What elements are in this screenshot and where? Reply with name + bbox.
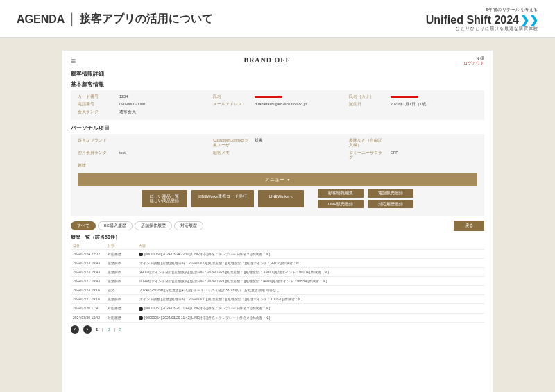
cmemo-label: 顧客メモ xyxy=(213,151,249,155)
user-name: N 様 xyxy=(450,56,484,61)
crm-app-window: ≡ BRAND OFF N 様 ログアウト 顧客情報詳細 基本顧客情報 カード番… xyxy=(62,51,493,392)
tab-store[interactable]: 店舗操作履歴 xyxy=(135,221,172,230)
kana-value-redacted xyxy=(391,96,418,98)
logo-arrow-icon: ❯❯ xyxy=(520,13,538,26)
table-row[interactable]: 2024/03/21 19:16店舗操作[ポイント調整][店舗][処理日時：20… xyxy=(71,295,484,304)
row-category: 店舗操作 xyxy=(105,268,137,277)
chat-icon xyxy=(139,307,143,311)
section-basic-title: 基本顧客情報 xyxy=(71,80,484,88)
row-content: [00000067][2024/03/20 11:44][LINE対応][件名：… xyxy=(137,304,484,313)
hamburger-menu-icon[interactable]: ≡ xyxy=(71,56,85,66)
row-content: [00998][ポイント発行][店舗販売][処理日時：2024/03/21][処… xyxy=(137,277,484,286)
agenda-label: AGENDA xyxy=(17,13,65,26)
hobby-note-label: 趣味など（自由記入欄） xyxy=(349,138,385,148)
table-row[interactable]: 2024/03/24 22:02対応履歴[00000069][2024/03/2… xyxy=(71,250,484,259)
pager-next-icon[interactable]: › xyxy=(83,325,92,334)
row-content: [00000064][2024/03/20 11:42][LINE対応][件名：… xyxy=(137,313,484,322)
logo-subtitle: ひとりひとりに届ける最適な購買体験 xyxy=(426,26,538,31)
row-content: [20240325005B][お取置き][未入金] トートバッグ（合計 33,1… xyxy=(137,286,484,295)
mail-label: メールアドレス xyxy=(213,102,249,107)
screenshot-stage: ≡ BRAND OFF N 様 ログアウト 顧客情報詳細 基本顧客情報 カード番… xyxy=(0,38,555,392)
table-row[interactable]: 2024/03/20 13:42対応履歴[00000064][2024/03/2… xyxy=(71,313,484,322)
back-button[interactable]: 戻る xyxy=(454,221,484,231)
menu-dropdown[interactable]: メニュー xyxy=(78,173,477,186)
row-category: 店舗操作 xyxy=(105,277,137,286)
agenda-title: 接客アプリの活用について xyxy=(80,12,213,26)
row-content: [00000069][2024/03/24 22:01][LINE対応][件名：… xyxy=(137,250,484,259)
row-category: 店舗操作 xyxy=(105,295,137,304)
col-content: 内容 xyxy=(137,242,484,250)
visit-register-button[interactable]: 対応履歴登録 xyxy=(368,200,413,209)
row-date: 2024/03/20 13:42 xyxy=(71,313,105,322)
brand-label: 好きなブランド xyxy=(78,138,114,143)
logo-main: Unified Shift 2024 ❯❯ xyxy=(426,13,538,26)
chat-icon xyxy=(139,253,143,256)
row-date: 2024/03/23 19:43 xyxy=(71,268,105,277)
birth-value: 2023年1月1日（1歳） xyxy=(391,102,430,107)
line-register-button[interactable]: LINE販売登録 xyxy=(318,200,364,209)
row-content: [99003][ポイント発行][店舗販売][処理日時：2024/03/23][処… xyxy=(137,268,484,277)
rank-value: 通常会員 xyxy=(119,110,136,114)
action-button-row: ほしい商品一覧 ほしい商品登録 LINEWorks連携コード発行 LINEWor… xyxy=(78,189,477,208)
pager-prev-icon[interactable]: ‹ xyxy=(71,325,79,334)
dummy-label: ダミーユーザフラグ xyxy=(349,151,385,160)
agenda-separator: │ xyxy=(69,13,76,26)
section-detail-title: 顧客情報詳細 xyxy=(71,70,484,78)
app-title: BRAND OFF xyxy=(85,56,450,64)
row-date: 2024/03/23 19:43 xyxy=(71,259,105,268)
logout-link[interactable]: ログアウト xyxy=(450,61,484,66)
row-category: 注文 xyxy=(105,286,137,295)
row-date: 2024/03/21 19:16 xyxy=(71,295,105,304)
tab-ec[interactable]: EC購入履歴 xyxy=(98,221,133,230)
row-content: [ポイント調整][店舗][処理日時：2024/03/23][処理店舗：][処理金… xyxy=(137,259,484,268)
phone-value: 090-0000-0000 xyxy=(119,102,145,106)
row-date: 2024/03/20 11:41 xyxy=(71,304,105,313)
pager-page-3[interactable]: 3 xyxy=(119,327,121,332)
cc-label: CustomerConnect 対象ユーザ xyxy=(213,138,249,148)
table-row[interactable]: 2024/03/23 19:43店舗操作[99003][ポイント発行][店舗販売… xyxy=(71,268,484,277)
col-date: 日付 xyxy=(71,242,105,250)
table-row[interactable]: 2024/03/23 19:43店舗操作[ポイント調整][店舗][処理日時：20… xyxy=(71,259,484,268)
user-box: N 様 ログアウト xyxy=(450,56,484,66)
name-value-redacted xyxy=(255,96,282,98)
table-row[interactable]: 2024/03/23 19:16注文[20240325005B][お取置き][未… xyxy=(71,286,484,295)
card-no-label: カード番号 xyxy=(78,94,114,99)
agenda-block: AGENDA │ 接客アプリの活用について xyxy=(17,12,213,26)
pager-current: 1 xyxy=(96,327,98,332)
hobby2-label: 趣味 xyxy=(78,163,114,168)
rank2-value: test xyxy=(119,151,126,155)
pager: ‹ › 1 | 2 | 3 xyxy=(71,325,484,334)
kana-label: 氏名（カナ） xyxy=(349,94,385,99)
pager-page-2[interactable]: 2 xyxy=(108,327,110,332)
history-tabs: すべて EC購入履歴 店舗操作履歴 対応履歴 戻る xyxy=(71,221,484,231)
history-list-title: 履歴一覧（該当50件） xyxy=(71,234,484,241)
row-content: [ポイント調整][店舗][処理日時：2024/03/21][処理店舗：][処理金… xyxy=(137,295,484,304)
edit-customer-button[interactable]: 顧客情報編集 xyxy=(318,189,364,198)
slide-logo: 5年後のリテールを考える Unified Shift 2024 ❯❯ ひとりひと… xyxy=(426,7,538,31)
table-row[interactable]: 2024/03/21 19:43店舗操作[00998][ポイント発行][店舗販売… xyxy=(71,277,484,286)
chat-icon xyxy=(139,316,143,320)
tab-all[interactable]: すべて xyxy=(71,221,96,230)
mail-value: d.takahashi@ec2solution.co.jp xyxy=(255,102,307,106)
personal-info-block: 好きなブランド CustomerConnect 対象ユーザ対象 趣味など（自由記… xyxy=(71,134,484,216)
lineworks-code-button[interactable]: LINEWorks連携コード発行 xyxy=(191,190,254,207)
cc-value: 対象 xyxy=(255,138,263,143)
section-personal-title: パーソナル項目 xyxy=(71,124,484,132)
lineworks-go-button[interactable]: LINEWorksへ xyxy=(258,190,304,207)
row-category: 店舗操作 xyxy=(105,259,137,268)
slide-header: AGENDA │ 接客アプリの活用について 5年後のリテールを考える Unifi… xyxy=(0,0,555,38)
card-no-value: 1234 xyxy=(119,94,128,99)
birth-label: 誕生日 xyxy=(349,102,385,107)
row-category: 対応履歴 xyxy=(105,313,137,322)
logo-supertitle: 5年後のリテールを考える xyxy=(426,7,538,13)
tab-support[interactable]: 対応履歴 xyxy=(174,221,203,230)
tel-register-button[interactable]: 電話販売登録 xyxy=(368,189,413,198)
row-date: 2024/03/24 22:02 xyxy=(71,250,105,259)
table-row[interactable]: 2024/03/20 11:41対応履歴[00000067][2024/03/2… xyxy=(71,304,484,313)
phone-label: 電話番号 xyxy=(78,102,114,107)
row-category: 対応履歴 xyxy=(105,304,137,313)
rank-label: 会員ランク xyxy=(78,110,114,114)
wishlist-button[interactable]: ほしい商品一覧 ほしい商品登録 xyxy=(142,190,187,207)
row-date: 2024/03/21 19:43 xyxy=(71,277,105,286)
history-table: 日付 分類 内容 2024/03/24 22:02対応履歴[00000069][… xyxy=(71,242,484,323)
